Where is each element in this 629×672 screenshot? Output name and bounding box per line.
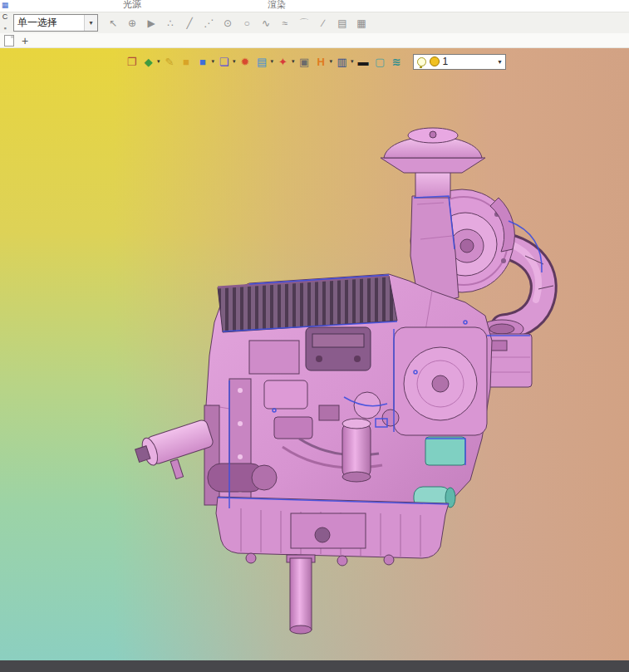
render-toolbar-icons: ❐◆▾✎■■▾❏▾✹▤▾✦▾▣H▾▥▾▬▢≋	[125, 55, 404, 69]
spline-icon[interactable]: ∿	[259, 17, 273, 30]
exposure-bar-icon[interactable]: ▬	[356, 55, 371, 69]
light-direction-icon[interactable]: ✦	[276, 55, 290, 69]
viewport-frame-icon[interactable]: ▣	[297, 55, 312, 69]
dropdown-arrow-icon[interactable]: ▾	[84, 15, 97, 31]
edge-icon-strip: ▦C▪	[0, 0, 10, 38]
rotate-select-icon[interactable]: ⊕	[125, 17, 139, 30]
lightbulb-icon	[417, 57, 426, 66]
application-window: 光源 渲染 ▦C▪ 单一选择 ▾ ↖⊕▶∴╱⋰⊙○∿≈⌒∕▤▦ + ❐◆▾✎■■…	[0, 0, 629, 672]
light-direction-icon-caret[interactable]: ▾	[292, 58, 295, 65]
crankcase[interactable]	[216, 497, 449, 566]
viewport-3d[interactable]: ❐◆▾✎■■▾❏▾✹▤▾✦▾▣H▾▥▾▬▢≋ 1 ▾	[0, 48, 629, 660]
output-shaft[interactable]	[287, 555, 315, 634]
selection-mode-dropdown[interactable]: 单一选择 ▾	[13, 14, 98, 32]
fuel-filter[interactable]	[342, 419, 371, 482]
window-grid-icon[interactable]: ▦	[1, 0, 10, 11]
paintbrush-icon[interactable]: ✎	[163, 55, 177, 69]
starter-motor[interactable]	[208, 464, 277, 492]
point-snap-icon[interactable]: ∴	[164, 17, 177, 30]
selection-toolbar: 单一选择 ▾ ↖⊕▶∴╱⋰⊙○∿≈⌒∕▤▦	[0, 12, 629, 33]
material-apply-icon-caret[interactable]: ▾	[157, 58, 160, 65]
light-count-value: 1	[443, 56, 449, 67]
hdr-icon-caret[interactable]: ▾	[330, 58, 333, 65]
ribbon-strip: 光源 渲染	[0, 0, 629, 12]
air-cleaner[interactable]	[381, 128, 485, 198]
texture-image-icon-caret[interactable]: ▾	[271, 58, 274, 65]
texture-image-icon[interactable]: ▤	[255, 55, 269, 69]
selection-mode-value: 单一选择	[14, 16, 84, 30]
ribbon-group-light[interactable]: 光源	[123, 0, 141, 11]
light-ball-icon	[430, 56, 440, 66]
cube-blue-icon[interactable]: ■	[196, 55, 210, 69]
pin-icon[interactable]: ▪	[1, 23, 10, 34]
clip-icon[interactable]: C	[1, 12, 10, 22]
select-cursor-icon[interactable]: ↖	[106, 17, 120, 30]
cube-stack-icon-caret[interactable]: ▾	[233, 58, 236, 65]
new-tab-button[interactable]: +	[22, 34, 28, 47]
circle-icon[interactable]: ○	[240, 17, 253, 30]
light-count-dropdown[interactable]: 1 ▾	[413, 54, 506, 70]
ribbon-group-render[interactable]: 渲染	[268, 0, 286, 11]
cube-yellow-icon[interactable]: ■	[179, 55, 194, 69]
material-ball-icon[interactable]: ✹	[238, 55, 253, 69]
render-toolbar: ❐◆▾✎■■▾❏▾✹▤▾✦▾▣H▾▥▾▬▢≋ 1 ▾	[125, 52, 506, 71]
engine-3d-model[interactable]	[0, 48, 629, 660]
arc-icon[interactable]: ⌒	[297, 17, 311, 30]
material-apply-icon[interactable]: ◆	[141, 55, 155, 69]
layers-teal-icon[interactable]: ≋	[390, 55, 404, 69]
segment-icon[interactable]: ∕	[317, 17, 330, 30]
play-icon[interactable]: ▶	[145, 17, 158, 30]
ground-plane-icon[interactable]: ▢	[373, 55, 387, 69]
control-box[interactable]	[306, 327, 371, 370]
cube-stack-icon[interactable]: ❏	[217, 55, 231, 69]
monitor-icon-caret[interactable]: ▾	[351, 58, 354, 65]
taskbar-strip	[0, 660, 629, 672]
wave-curve-icon[interactable]: ≈	[278, 17, 292, 30]
polyline-icon[interactable]: ⋰	[202, 17, 215, 30]
monitor-icon[interactable]: ▥	[335, 55, 349, 69]
selection-toolbar-icons: ↖⊕▶∴╱⋰⊙○∿≈⌒∕▤▦	[106, 17, 368, 30]
line-icon[interactable]: ╱	[183, 17, 196, 30]
sheet-icon[interactable]: ▤	[336, 17, 349, 30]
right-mount-bracket[interactable]	[487, 334, 532, 387]
layers-sheet-icon[interactable]: ▦	[355, 17, 368, 30]
circle-point-icon[interactable]: ⊙	[221, 17, 234, 30]
cube-blue-icon-caret[interactable]: ▾	[212, 58, 215, 65]
hdr-icon[interactable]: H	[314, 55, 328, 69]
pulley-cover[interactable]	[394, 327, 487, 435]
light-dropdown-caret-icon[interactable]: ▾	[499, 58, 502, 66]
document-tab-bar: +	[0, 33, 629, 48]
render-window-icon[interactable]: ❐	[125, 55, 139, 69]
